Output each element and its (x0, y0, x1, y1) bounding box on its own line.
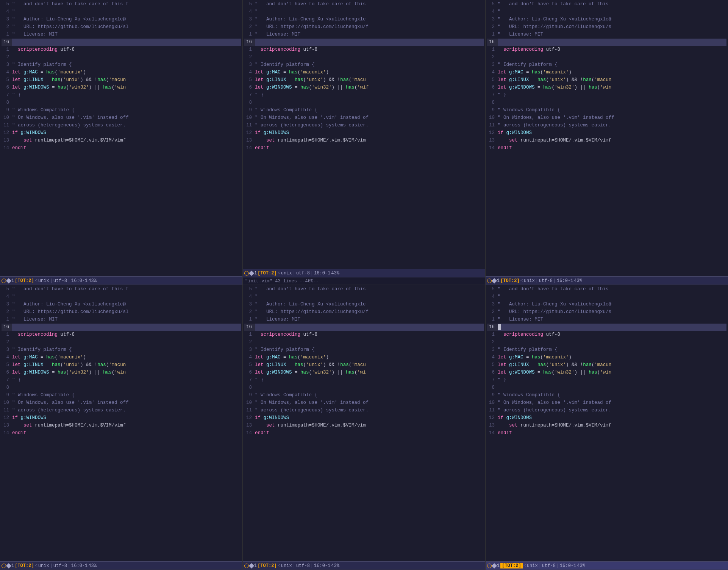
line-content: " Author: Liu-Cheng Xu <xuliuchengxlc (255, 301, 484, 308)
line-num: 1 (244, 46, 255, 54)
line-num: 6 (244, 84, 255, 92)
code-line: 12 if g:WINDOWS (0, 414, 242, 422)
code-line: 4 let g:MAC = has('macunix') (486, 354, 728, 361)
line-num: 1 (244, 331, 255, 339)
line-num: 2 (244, 308, 255, 316)
line-num: 16 (244, 39, 255, 46)
line-content: " (255, 293, 484, 301)
line-num: 1 (244, 316, 255, 324)
code-line: 14 endif (0, 145, 242, 152)
line-num: 9 (487, 392, 498, 399)
code-line: 3 " Author: Liu-Cheng Xu <xuliuchengxlc (243, 16, 485, 23)
line-num: 11 (487, 407, 498, 414)
bottom-msg: "init.vim" 43 lines --46%-- (245, 279, 319, 284)
status-sep3: | (556, 563, 559, 568)
line-num: 4 (244, 69, 255, 76)
pane-bot-left: 5 " and don't have to take care of this … (0, 285, 243, 570)
line-content (255, 39, 484, 46)
status-diamond (6, 563, 11, 568)
line-num: 4 (2, 293, 12, 301)
code-area[interactable]: 5 " and don't have to take care of this … (486, 0, 728, 276)
code-line: 10 " On Windows, also use '.vim' instead… (0, 114, 242, 122)
line-content: " Windows Compatible { (498, 107, 726, 114)
line-content: let g:LINUX = has('unix') && !has('macu (255, 361, 484, 369)
line-num: 13 (487, 137, 498, 145)
line-num: 1 (2, 31, 12, 39)
line-content: " Author: Liu-Cheng Xu <xuliuchengxlc@ (12, 16, 241, 23)
code-line: 8 (486, 384, 728, 392)
status-sep3: | (553, 278, 556, 283)
code-line: 12 if g:WINDOWS (243, 129, 485, 137)
line-content: " Windows Compatible { (255, 392, 484, 399)
line-content: " across (heterogeneous) systems easier. (255, 122, 484, 129)
code-line: 3 " Identify platform { (243, 346, 485, 354)
status-diamond (492, 278, 497, 283)
code-line: 2 (0, 339, 242, 346)
code-area[interactable]: 5 " and don't have to take care of this … (243, 285, 485, 561)
code-line: 1 " License: MIT (486, 316, 728, 324)
line-num: 5 (487, 361, 498, 369)
line-content: " Author: Liu-Cheng Xu <xuliuchengxlc@ (498, 16, 726, 23)
code-line: 9 " Windows Compatible { (486, 392, 728, 399)
status-bar-bot-left: 1 [TOT:2] < unix | utf-8 | 16:0-1 43% (0, 561, 242, 570)
line-num: 14 (487, 145, 498, 152)
line-num: 11 (2, 407, 12, 414)
line-num: 2 (2, 308, 12, 316)
line-num: 2 (244, 54, 255, 61)
code-line: 13 set runtimepath=$HOME/.vim,$VIM/vimf (0, 137, 242, 145)
code-area[interactable]: 5 " and don't have to take care of this … (486, 285, 728, 561)
code-line: 10 " On Windows, also use '.vim' instead… (243, 114, 485, 122)
line-num: 4 (487, 8, 498, 16)
line-content (498, 384, 726, 392)
code-line: 1 scriptencoding utf-8 (486, 331, 728, 339)
line-content: let g:MAC = has('macunix') (498, 354, 726, 361)
line-content: " Windows Compatible { (498, 392, 726, 399)
line-num: 1 (487, 31, 498, 39)
line-content: endif (12, 145, 241, 152)
code-line: 7 " } (0, 377, 242, 384)
line-num: 8 (487, 99, 498, 107)
line-content: " On Windows, also use '.vim' instead of (498, 399, 726, 407)
line-content: set runtimepath=$HOME/.vim,$VIM/vim (255, 422, 484, 430)
status-sep3: | (68, 563, 70, 568)
code-line: 5 " and don't have to take care of this (243, 286, 485, 293)
line-content: let g:LINUX = has('unix') && !has('macun (498, 361, 726, 369)
code-line: 3 " Identify platform { (0, 346, 242, 354)
line-num: 8 (244, 99, 255, 107)
line-content: set runtimepath=$HOME/.vim,$VIM/vimf (12, 422, 241, 430)
bottom-row: 5 " and don't have to take care of this … (0, 285, 728, 570)
code-line: 3 " Identify platform { (486, 346, 728, 354)
code-line: 9 " Windows Compatible { (0, 392, 242, 399)
status-percent: 43% (88, 563, 97, 568)
line-content: " On Windows, also use '.vim' instead of (255, 399, 484, 407)
line-num: 16 (487, 39, 498, 46)
line-num: 10 (2, 114, 12, 122)
code-line: 12 if g:WINDOWS (0, 129, 242, 137)
line-content: " On Windows, also use '.vim' instead of… (12, 114, 241, 122)
line-num: 14 (2, 430, 12, 437)
code-line: 16 (243, 39, 485, 46)
code-area[interactable]: 5 " and don't have to take care of this … (243, 0, 485, 269)
code-line: 13 set runtimepath=$HOME/.vim,$VIM/vimf (486, 137, 728, 145)
line-num: 7 (2, 377, 12, 384)
status-position: 16:0-1 (557, 278, 573, 283)
line-content: " and don't have to take care of this (498, 286, 726, 293)
line-content: " License: MIT (498, 31, 726, 39)
code-area[interactable]: 5 " and don't have to take care of this … (0, 285, 242, 561)
line-content (255, 99, 484, 107)
status-position: 16:0-1 (560, 563, 576, 568)
code-line: 7 " } (486, 377, 728, 384)
line-num: 3 (2, 16, 12, 23)
code-line: 3 " Author: Liu-Cheng Xu <xuliuchengxlc@ (486, 16, 728, 23)
code-line: 8 (486, 99, 728, 107)
code-line: 13 set runtimepath=$HOME/.vim,$VIM/vimf (486, 422, 728, 430)
line-num: 14 (487, 430, 498, 437)
status-diamond (249, 563, 254, 568)
line-content: " Identify platform { (12, 61, 241, 69)
code-line: 3 " Author: Liu-Cheng Xu <xuliuchengxlc@ (486, 301, 728, 308)
line-num: 2 (2, 339, 12, 346)
code-area[interactable]: 5 " and don't have to take care of this … (0, 0, 242, 276)
line-num: 3 (244, 346, 255, 354)
status-sep1: < (523, 563, 526, 568)
code-line: 9 " Windows Compatible { (243, 392, 485, 399)
